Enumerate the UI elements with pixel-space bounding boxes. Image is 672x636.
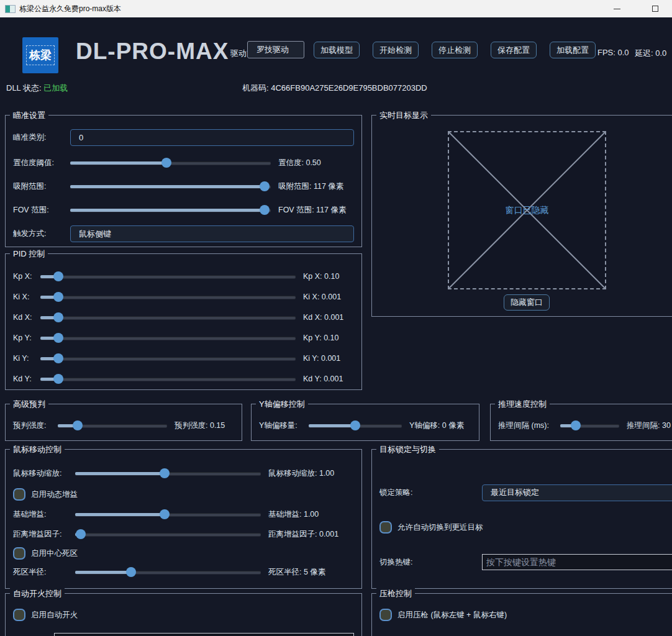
dll-status-label: DLL 状态: [6, 83, 42, 93]
machine-code-label: 机器码: [242, 83, 269, 93]
confidence-slider[interactable] [70, 157, 271, 168]
slider-handle[interactable] [571, 420, 581, 430]
slider-handle[interactable] [350, 420, 360, 430]
load-config-button[interactable]: 加载配置 [550, 42, 596, 58]
group-mouse-movement: 鼠标移动控制 鼠标移动缩放: 鼠标移动缩放: 1.00 启用动态增益 基础增益:… [5, 449, 362, 589]
slider-handle[interactable] [53, 312, 63, 322]
fire-hotkey-input[interactable] [54, 633, 354, 636]
inference-interval-label: 推理间隔 (ms): [498, 420, 560, 431]
slider-handle[interactable] [126, 567, 136, 577]
kd-y-slider[interactable] [40, 373, 296, 384]
maximize-button[interactable] [647, 0, 663, 17]
confidence-label: 置信度阈值: [13, 158, 70, 168]
slider-handle[interactable] [53, 292, 63, 302]
group-realtime-target: 实时目标显示 窗口已隐藏 隐藏窗口 [371, 115, 672, 317]
group-title: 目标锁定与切换 [376, 444, 439, 455]
save-config-button[interactable]: 保存配置 [491, 42, 537, 58]
snap-range-label: 吸附范围: [13, 181, 70, 192]
hide-window-button[interactable]: 隐藏窗口 [504, 294, 550, 311]
group-title: PID 控制 [10, 248, 48, 260]
fov-range-slider[interactable] [70, 204, 271, 216]
group-target-lock: 目标锁定与切换 锁定策略: 最近目标锁定 允许自动切换到更近目标 切换热键: [371, 449, 672, 589]
window-title: 栋梁公益永久免费pro-max版本 [19, 4, 121, 14]
group-recoil-control: 压枪控制 启用压枪 (鼠标左键 + 鼠标右键) 压枪强度: 压枪强度: 5 [371, 593, 672, 636]
deadzone-radius-slider[interactable] [75, 566, 261, 578]
group-aim-settings: 瞄准设置 瞄准类别: 置信度阈值: 置信度: 0.50 吸附范围: 吸附范围: … [5, 115, 362, 247]
slider-handle[interactable] [260, 181, 270, 191]
ki-y-slider[interactable] [40, 353, 296, 364]
mouse-scale-label: 鼠标移动缩放: [13, 468, 75, 479]
group-pid-control: PID 控制 Kp X: Kp X: 0.10 Ki X: Ki X: 0.00… [5, 253, 362, 390]
prediction-strength-slider[interactable] [58, 420, 167, 431]
driver-mode-value: 罗技驱动 [257, 44, 289, 55]
start-detect-button[interactable]: 开始检测 [373, 42, 419, 58]
slider-handle[interactable] [160, 509, 170, 519]
y-offset-label: Y轴偏移量: [259, 420, 309, 431]
group-title: 实时目标显示 [376, 110, 431, 121]
machine-code: 机器码: 4C66FB90A275E26D9E795BDB077203DD [242, 83, 427, 94]
slider-handle[interactable] [53, 333, 63, 343]
slider-handle[interactable] [73, 420, 83, 430]
lock-strategy-select[interactable]: 最近目标锁定 [482, 484, 672, 501]
group-advanced-prediction: 高级预判 预判强度: 预判强度: 0.15 [5, 404, 242, 441]
center-deadzone-checkbox[interactable] [13, 547, 25, 560]
slider-handle[interactable] [53, 271, 63, 281]
slider-handle[interactable] [160, 468, 170, 478]
aim-class-input[interactable] [70, 129, 354, 146]
target-preview-area: 窗口已隐藏 [448, 131, 606, 289]
enable-recoil-label: 启用压枪 (鼠标左键 + 鼠标右键) [397, 610, 507, 620]
y-offset-slider[interactable] [309, 420, 402, 431]
confidence-value: 置信度: 0.50 [271, 158, 354, 168]
minimize-button[interactable] [609, 0, 625, 17]
group-title: 高级预判 [10, 399, 48, 410]
mouse-scale-value: 鼠标移动缩放: 1.00 [261, 468, 354, 479]
dynamic-gain-label: 启用动态增益 [31, 489, 78, 500]
kp-x-slider[interactable] [40, 271, 296, 282]
fps-readout: FPS: 0.0 [597, 48, 629, 57]
base-gain-label: 基础增益: [13, 509, 75, 520]
dynamic-gain-checkbox[interactable] [13, 488, 25, 501]
ki-y-label: Ki Y: [13, 354, 40, 363]
slider-handle[interactable] [53, 374, 63, 384]
group-title: Y轴偏移控制 [256, 399, 308, 410]
mouse-scale-slider[interactable] [75, 468, 261, 479]
distance-gain-slider[interactable] [75, 529, 261, 540]
enable-autofire-checkbox[interactable] [13, 609, 25, 621]
kd-x-label: Kd X: [13, 313, 40, 322]
stop-detect-button[interactable]: 停止检测 [432, 42, 478, 58]
auto-switch-checkbox[interactable] [379, 521, 392, 534]
ki-x-slider[interactable] [40, 291, 296, 302]
kd-y-value: Kd Y: 0.001 [296, 375, 354, 383]
fov-range-label: FOV 范围: [13, 205, 70, 216]
center-deadzone-label: 启用中心死区 [31, 548, 78, 559]
driver-mode-select[interactable]: 罗技驱动 [247, 41, 304, 58]
snap-range-slider[interactable] [70, 181, 271, 192]
load-model-button[interactable]: 加载模型 [314, 42, 360, 58]
app-icon [5, 5, 16, 13]
inference-interval-slider[interactable] [560, 420, 619, 431]
ki-y-value: Ki Y: 0.001 [296, 354, 354, 363]
switch-hotkey-input[interactable] [482, 554, 672, 570]
base-gain-slider[interactable] [75, 509, 261, 520]
lock-strategy-label: 锁定策略: [379, 488, 482, 498]
trigger-mode-select[interactable]: 鼠标侧键 [70, 225, 354, 242]
app-logo: 栋梁 [22, 37, 58, 73]
switch-hotkey-label: 切换热键: [379, 557, 482, 568]
slider-handle[interactable] [76, 529, 86, 539]
fov-range-value: FOV 范围: 117 像素 [271, 205, 354, 216]
kd-x-slider[interactable] [40, 312, 296, 323]
enable-recoil-checkbox[interactable] [379, 609, 392, 621]
slider-handle[interactable] [161, 158, 171, 168]
prediction-strength-value: 预判强度: 0.15 [167, 420, 234, 431]
ki-x-value: Ki X: 0.001 [296, 293, 354, 301]
snap-range-value: 吸附范围: 117 像素 [271, 181, 354, 192]
group-title: 瞄准设置 [10, 110, 48, 121]
maximize-icon [652, 6, 658, 12]
kp-x-value: Kp X: 0.10 [296, 272, 354, 281]
kp-y-slider[interactable] [40, 332, 296, 343]
logo-text: 栋梁 [26, 45, 55, 65]
base-gain-value: 基础增益: 1.00 [261, 509, 354, 520]
slider-handle[interactable] [260, 205, 270, 215]
kd-y-label: Kd Y: [13, 375, 40, 383]
slider-handle[interactable] [53, 353, 63, 363]
